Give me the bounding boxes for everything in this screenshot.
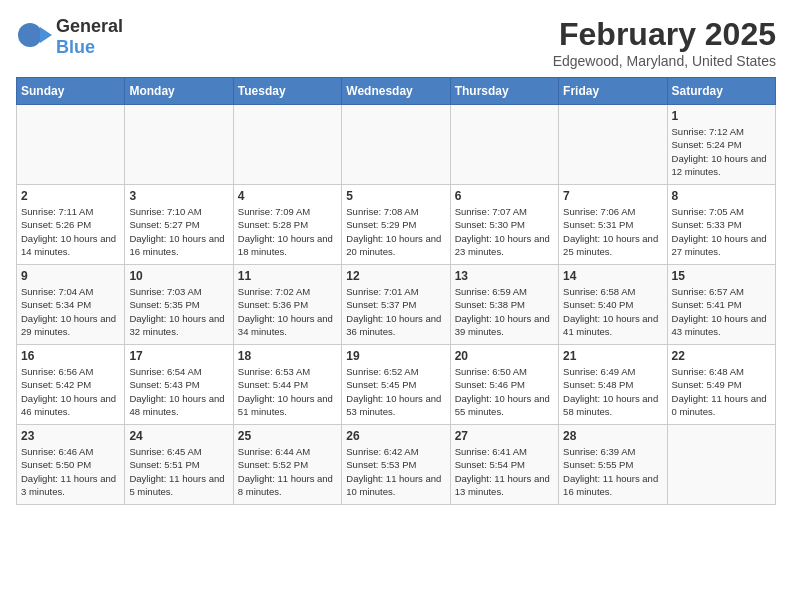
logo-text: General Blue [56, 16, 123, 58]
cell-text: Sunrise: 6:41 AM Sunset: 5:54 PM Dayligh… [455, 445, 554, 498]
header-cell-saturday: Saturday [667, 78, 775, 105]
calendar-cell: 2Sunrise: 7:11 AM Sunset: 5:26 PM Daylig… [17, 185, 125, 265]
calendar-cell [233, 105, 341, 185]
cell-text: Sunrise: 7:09 AM Sunset: 5:28 PM Dayligh… [238, 205, 337, 258]
calendar-cell: 17Sunrise: 6:54 AM Sunset: 5:43 PM Dayli… [125, 345, 233, 425]
calendar-cell: 25Sunrise: 6:44 AM Sunset: 5:52 PM Dayli… [233, 425, 341, 505]
day-number: 16 [21, 349, 120, 363]
calendar-cell: 18Sunrise: 6:53 AM Sunset: 5:44 PM Dayli… [233, 345, 341, 425]
calendar-cell: 11Sunrise: 7:02 AM Sunset: 5:36 PM Dayli… [233, 265, 341, 345]
calendar-week-0: 1Sunrise: 7:12 AM Sunset: 5:24 PM Daylig… [17, 105, 776, 185]
calendar-cell [17, 105, 125, 185]
day-number: 11 [238, 269, 337, 283]
calendar-cell: 7Sunrise: 7:06 AM Sunset: 5:31 PM Daylig… [559, 185, 667, 265]
logo-blue: Blue [56, 37, 95, 57]
calendar-cell: 6Sunrise: 7:07 AM Sunset: 5:30 PM Daylig… [450, 185, 558, 265]
cell-text: Sunrise: 7:12 AM Sunset: 5:24 PM Dayligh… [672, 125, 771, 178]
header-cell-tuesday: Tuesday [233, 78, 341, 105]
calendar-cell: 3Sunrise: 7:10 AM Sunset: 5:27 PM Daylig… [125, 185, 233, 265]
calendar-cell: 8Sunrise: 7:05 AM Sunset: 5:33 PM Daylig… [667, 185, 775, 265]
cell-text: Sunrise: 6:48 AM Sunset: 5:49 PM Dayligh… [672, 365, 771, 418]
logo-icon [16, 17, 52, 57]
cell-text: Sunrise: 6:56 AM Sunset: 5:42 PM Dayligh… [21, 365, 120, 418]
day-number: 6 [455, 189, 554, 203]
calendar-header-row: SundayMondayTuesdayWednesdayThursdayFrid… [17, 78, 776, 105]
cell-text: Sunrise: 7:02 AM Sunset: 5:36 PM Dayligh… [238, 285, 337, 338]
day-number: 24 [129, 429, 228, 443]
cell-text: Sunrise: 6:46 AM Sunset: 5:50 PM Dayligh… [21, 445, 120, 498]
calendar-week-3: 16Sunrise: 6:56 AM Sunset: 5:42 PM Dayli… [17, 345, 776, 425]
cell-text: Sunrise: 6:44 AM Sunset: 5:52 PM Dayligh… [238, 445, 337, 498]
day-number: 2 [21, 189, 120, 203]
location-title: Edgewood, Maryland, United States [553, 53, 776, 69]
calendar-cell [667, 425, 775, 505]
header-cell-monday: Monday [125, 78, 233, 105]
cell-text: Sunrise: 6:59 AM Sunset: 5:38 PM Dayligh… [455, 285, 554, 338]
logo-general: General [56, 16, 123, 36]
calendar-cell: 10Sunrise: 7:03 AM Sunset: 5:35 PM Dayli… [125, 265, 233, 345]
day-number: 27 [455, 429, 554, 443]
calendar-cell: 1Sunrise: 7:12 AM Sunset: 5:24 PM Daylig… [667, 105, 775, 185]
cell-text: Sunrise: 6:52 AM Sunset: 5:45 PM Dayligh… [346, 365, 445, 418]
day-number: 20 [455, 349, 554, 363]
calendar-cell: 27Sunrise: 6:41 AM Sunset: 5:54 PM Dayli… [450, 425, 558, 505]
cell-text: Sunrise: 7:08 AM Sunset: 5:29 PM Dayligh… [346, 205, 445, 258]
header: General Blue February 2025 Edgewood, Mar… [16, 16, 776, 69]
logo: General Blue [16, 16, 123, 58]
day-number: 12 [346, 269, 445, 283]
day-number: 7 [563, 189, 662, 203]
cell-text: Sunrise: 6:58 AM Sunset: 5:40 PM Dayligh… [563, 285, 662, 338]
day-number: 18 [238, 349, 337, 363]
calendar-cell: 26Sunrise: 6:42 AM Sunset: 5:53 PM Dayli… [342, 425, 450, 505]
day-number: 23 [21, 429, 120, 443]
calendar-body: 1Sunrise: 7:12 AM Sunset: 5:24 PM Daylig… [17, 105, 776, 505]
calendar-cell [559, 105, 667, 185]
calendar-cell: 23Sunrise: 6:46 AM Sunset: 5:50 PM Dayli… [17, 425, 125, 505]
day-number: 17 [129, 349, 228, 363]
calendar-cell: 4Sunrise: 7:09 AM Sunset: 5:28 PM Daylig… [233, 185, 341, 265]
calendar-cell: 28Sunrise: 6:39 AM Sunset: 5:55 PM Dayli… [559, 425, 667, 505]
calendar-week-1: 2Sunrise: 7:11 AM Sunset: 5:26 PM Daylig… [17, 185, 776, 265]
cell-text: Sunrise: 6:53 AM Sunset: 5:44 PM Dayligh… [238, 365, 337, 418]
day-number: 21 [563, 349, 662, 363]
header-cell-sunday: Sunday [17, 78, 125, 105]
cell-text: Sunrise: 7:01 AM Sunset: 5:37 PM Dayligh… [346, 285, 445, 338]
cell-text: Sunrise: 7:11 AM Sunset: 5:26 PM Dayligh… [21, 205, 120, 258]
calendar-cell: 9Sunrise: 7:04 AM Sunset: 5:34 PM Daylig… [17, 265, 125, 345]
cell-text: Sunrise: 7:04 AM Sunset: 5:34 PM Dayligh… [21, 285, 120, 338]
cell-text: Sunrise: 7:03 AM Sunset: 5:35 PM Dayligh… [129, 285, 228, 338]
cell-text: Sunrise: 6:42 AM Sunset: 5:53 PM Dayligh… [346, 445, 445, 498]
calendar-cell: 22Sunrise: 6:48 AM Sunset: 5:49 PM Dayli… [667, 345, 775, 425]
day-number: 28 [563, 429, 662, 443]
cell-text: Sunrise: 7:10 AM Sunset: 5:27 PM Dayligh… [129, 205, 228, 258]
calendar-cell [450, 105, 558, 185]
calendar-cell: 15Sunrise: 6:57 AM Sunset: 5:41 PM Dayli… [667, 265, 775, 345]
calendar-cell [342, 105, 450, 185]
calendar-cell: 16Sunrise: 6:56 AM Sunset: 5:42 PM Dayli… [17, 345, 125, 425]
day-number: 26 [346, 429, 445, 443]
day-number: 22 [672, 349, 771, 363]
cell-text: Sunrise: 6:49 AM Sunset: 5:48 PM Dayligh… [563, 365, 662, 418]
day-number: 1 [672, 109, 771, 123]
calendar-cell: 12Sunrise: 7:01 AM Sunset: 5:37 PM Dayli… [342, 265, 450, 345]
day-number: 19 [346, 349, 445, 363]
calendar-cell: 20Sunrise: 6:50 AM Sunset: 5:46 PM Dayli… [450, 345, 558, 425]
day-number: 10 [129, 269, 228, 283]
header-cell-thursday: Thursday [450, 78, 558, 105]
calendar-cell [125, 105, 233, 185]
month-title: February 2025 [553, 16, 776, 53]
svg-point-0 [18, 23, 42, 47]
cell-text: Sunrise: 7:07 AM Sunset: 5:30 PM Dayligh… [455, 205, 554, 258]
svg-marker-1 [40, 27, 52, 43]
day-number: 3 [129, 189, 228, 203]
day-number: 13 [455, 269, 554, 283]
header-cell-wednesday: Wednesday [342, 78, 450, 105]
calendar-cell: 14Sunrise: 6:58 AM Sunset: 5:40 PM Dayli… [559, 265, 667, 345]
calendar-cell: 19Sunrise: 6:52 AM Sunset: 5:45 PM Dayli… [342, 345, 450, 425]
day-number: 9 [21, 269, 120, 283]
calendar-table: SundayMondayTuesdayWednesdayThursdayFrid… [16, 77, 776, 505]
title-area: February 2025 Edgewood, Maryland, United… [553, 16, 776, 69]
cell-text: Sunrise: 6:50 AM Sunset: 5:46 PM Dayligh… [455, 365, 554, 418]
day-number: 14 [563, 269, 662, 283]
calendar-week-4: 23Sunrise: 6:46 AM Sunset: 5:50 PM Dayli… [17, 425, 776, 505]
